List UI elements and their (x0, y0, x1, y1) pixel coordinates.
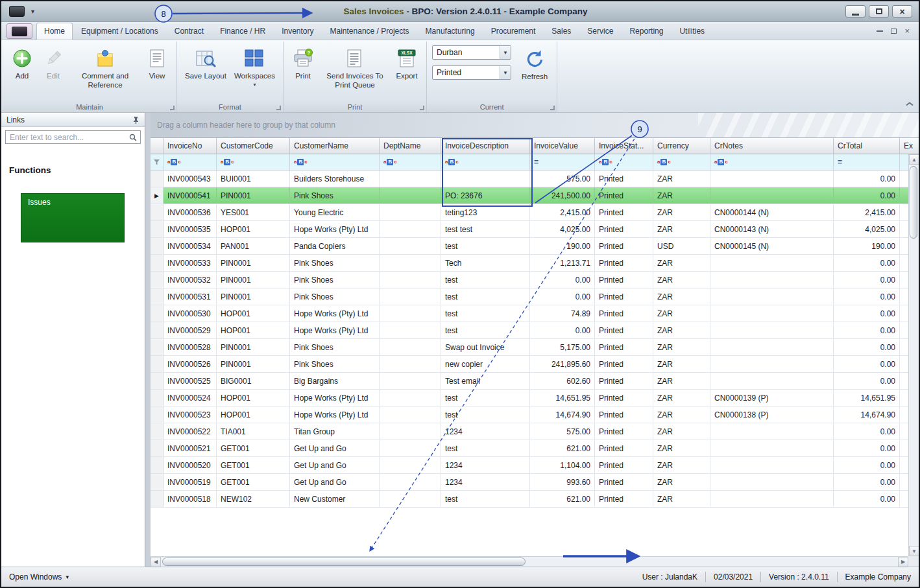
issues-button[interactable]: Issues (21, 193, 125, 242)
scroll-up-icon[interactable]: ▲ (909, 154, 919, 165)
tab-procurement[interactable]: Procurement (483, 23, 544, 40)
mdi-restore-icon[interactable] (891, 29, 897, 34)
workspaces-button[interactable]: Workspaces ▾ (230, 45, 279, 89)
column-header-invoicedescription[interactable]: InvoiceDescription (441, 138, 530, 154)
tab-service[interactable]: Service (579, 23, 621, 40)
table-row[interactable]: INV0000524HOP001Hope Works (Pty) Ltdtest… (151, 390, 919, 406)
tab-reporting[interactable]: Reporting (622, 23, 671, 40)
tab-contract[interactable]: Contract (167, 23, 212, 40)
table-row[interactable]: INV0000535HOP001Hope Works (Pty) Ltdtest… (151, 221, 919, 238)
mdi-minimize-icon[interactable] (877, 30, 883, 32)
send-invoices-queue-button[interactable]: Send Invoices To Print Queue (319, 45, 391, 92)
column-header-customername[interactable]: CustomerName (290, 138, 380, 154)
tab-maintenance-projects[interactable]: Maintenance / Projects (322, 23, 417, 40)
horizontal-scrollbar[interactable]: ◀ ▶ (151, 556, 908, 567)
table-row[interactable]: INV0000543BUI0001Builders Storehouse575.… (151, 171, 919, 187)
table-row[interactable]: INV0000519GET001Get Up and Go1234993.60P… (151, 474, 919, 491)
row-indicator (151, 305, 163, 322)
table-row[interactable]: INV0000525BIG0001Big BargainsTest email6… (151, 373, 919, 390)
table-row[interactable]: INV0000532PIN0001Pink Shoestest0.00Print… (151, 272, 919, 288)
vertical-scroll-thumb[interactable] (910, 166, 917, 239)
filter-cell-crnotes[interactable]: aBc (710, 154, 834, 170)
row-indicator (151, 204, 163, 220)
table-row[interactable]: INV0000533PIN0001Pink ShoesTech1,213.71P… (151, 255, 919, 272)
filter-cell-customername[interactable]: aBc (290, 154, 380, 170)
table-row[interactable]: INV0000530HOP001Hope Works (Pty) Ltdtest… (151, 305, 919, 322)
dialog-launcher-icon[interactable] (276, 106, 281, 110)
horizontal-scroll-thumb[interactable] (162, 558, 526, 566)
tab-sales[interactable]: Sales (544, 23, 579, 40)
table-row[interactable]: INV0000523HOP001Hope Works (Pty) Ltdtest… (151, 406, 919, 423)
ribbon: Add Edit Comment and Reference (1, 40, 919, 113)
filter-cell-invoiceno[interactable]: aBc (163, 154, 217, 170)
table-row[interactable]: INV0000536YES001Young Electricteting1232… (151, 204, 919, 221)
column-header-invoiceno[interactable]: InvoiceNo (163, 138, 217, 154)
column-header-currency[interactable]: Currency (653, 138, 710, 154)
tab-home[interactable]: Home (36, 23, 73, 40)
dialog-launcher-icon[interactable] (550, 106, 555, 110)
filter-cell-customercode[interactable]: aBc (217, 154, 290, 170)
edit-button[interactable]: Edit (38, 45, 69, 83)
cell-crtotal: 14,674.90 (834, 406, 900, 423)
filter-cell-currency[interactable]: aBc (653, 154, 710, 170)
column-header-invoicevalue[interactable]: InvoiceValue (530, 138, 595, 154)
collapse-ribbon-button[interactable] (906, 100, 914, 109)
table-row[interactable]: INV0000522TIA001Titan Group1234575.00Pri… (151, 423, 919, 440)
close-button[interactable]: × (892, 5, 912, 18)
application-menu-button[interactable] (6, 23, 32, 39)
table-row[interactable]: INV0000526PIN0001Pink Shoesnew copier241… (151, 356, 919, 373)
app-window: ▾ Sales Invoices - BPO: Version 2.4.0.11… (0, 0, 920, 588)
column-header-deptname[interactable]: DeptName (380, 138, 441, 154)
view-button[interactable]: View (141, 45, 173, 83)
table-row[interactable]: INV0000534PAN001Panda Copierstest190.00P… (151, 238, 919, 255)
filter-cell-invoicestat[interactable]: aBc (595, 154, 653, 170)
cell-currency: USD (653, 238, 710, 254)
table-row[interactable]: INV0000521GET001Get Up and Gotest621.00P… (151, 440, 919, 457)
branch-dropdown[interactable]: Durban ▼ (432, 45, 511, 60)
table-row[interactable]: ▶INV0000541PIN0001Pink ShoesPO: 23676241… (151, 187, 919, 204)
dialog-launcher-icon[interactable] (420, 106, 424, 110)
print-button[interactable]: ? Print (287, 45, 319, 83)
filter-cell-deptname[interactable]: aBc (380, 154, 441, 170)
table-row[interactable]: INV0000529HOP001Hope Works (Pty) Ltdtest… (151, 322, 919, 339)
minimize-button[interactable] (845, 5, 866, 18)
pin-icon[interactable] (132, 116, 139, 124)
cell-invoiceno: INV0000522 (163, 423, 217, 440)
open-windows-button[interactable]: Open Windows ▾ (9, 572, 69, 582)
scroll-down-icon[interactable]: ▼ (909, 546, 919, 556)
column-header-crtotal[interactable]: CrTotal (834, 138, 900, 154)
column-header-crnotes[interactable]: CrNotes (710, 138, 834, 154)
status-dropdown[interactable]: Printed ▼ (432, 65, 511, 80)
search-icon[interactable] (129, 134, 137, 141)
filter-cell-crtotal[interactable]: = (834, 154, 900, 170)
tab-finance-hr[interactable]: Finance / HR (212, 23, 273, 40)
table-row[interactable]: INV0000528PIN0001Pink ShoesSwap out Invo… (151, 339, 919, 356)
column-header-customercode[interactable]: CustomerCode (217, 138, 290, 154)
table-row[interactable]: INV0000520GET001Get Up and Go12341,104.0… (151, 457, 919, 474)
export-button[interactable]: XLSX Export (391, 45, 422, 83)
column-header-ex[interactable]: Ex (900, 138, 919, 154)
table-row[interactable]: INV0000531PIN0001Pink Shoestest0.00Print… (151, 288, 919, 305)
refresh-button[interactable]: Refresh (518, 45, 551, 84)
tab-manufacturing[interactable]: Manufacturing (418, 23, 483, 40)
vertical-scrollbar[interactable]: ▲ ▼ (908, 154, 919, 556)
quick-access-dropdown-icon[interactable]: ▾ (31, 8, 34, 15)
table-row[interactable]: INV0000518NEW102New Customertest621.00Pr… (151, 491, 919, 508)
add-button[interactable]: Add (6, 45, 38, 83)
cell-invoicevalue: 602.60 (530, 373, 595, 389)
mdi-close-icon[interactable]: × (904, 27, 910, 35)
save-layout-button[interactable]: Save Layout (181, 45, 230, 83)
filter-cell-invoicedescription[interactable]: aBc (441, 154, 530, 170)
search-input[interactable] (5, 130, 141, 144)
restore-button[interactable] (869, 5, 889, 18)
comment-reference-button[interactable]: Comment and Reference (69, 45, 141, 92)
scroll-right-icon[interactable]: ▶ (898, 557, 908, 567)
tab-inventory[interactable]: Inventory (274, 23, 321, 40)
scroll-left-icon[interactable]: ◀ (151, 557, 161, 567)
column-header-invoicestat[interactable]: InvoiceStat... (595, 138, 653, 154)
group-by-bar[interactable]: Drag a column header here to group by th… (151, 113, 919, 137)
dialog-launcher-icon[interactable] (170, 106, 175, 110)
filter-cell-invoicevalue[interactable]: = (530, 154, 595, 170)
tab-utilities[interactable]: Utilities (672, 23, 712, 40)
tab-equipment-locations[interactable]: Equipment / Locations (73, 23, 166, 40)
